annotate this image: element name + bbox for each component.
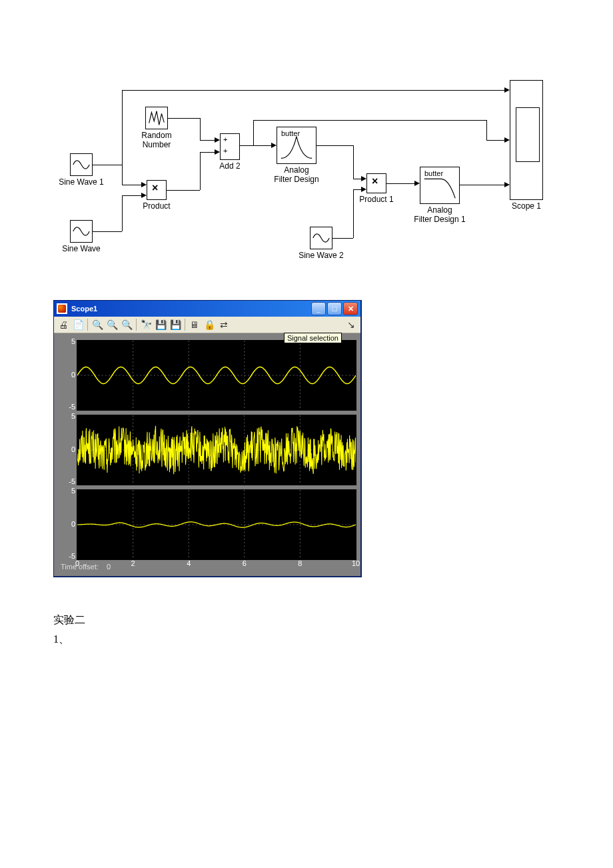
add2-plus-1: +	[223, 135, 227, 143]
filter1-butter: butter	[281, 129, 300, 137]
block-sine-wave	[70, 220, 93, 243]
plot-svg-1	[77, 341, 356, 410]
zoom-x-icon[interactable]: 🔍	[105, 318, 119, 331]
xtick: 2	[131, 559, 135, 567]
xtick: 4	[187, 559, 191, 567]
label-random-number: Random Number	[130, 131, 183, 150]
block-random-number	[145, 107, 168, 129]
detach-icon[interactable]: ↘	[344, 318, 358, 331]
floating-scope-icon[interactable]: 🖥	[188, 318, 201, 331]
toolbar: 🖨 📄 🔍 🔍 🔍 🔭 💾 💾 🖥 🔒 ⇄ ↘ Signal selection	[54, 317, 360, 333]
label-product: Product	[139, 201, 175, 211]
simulink-diagram: Sine Wave 1 Sine Wave Random Number × Pr…	[47, 53, 566, 260]
notes-line-2: 1、	[53, 630, 573, 649]
label-analog-filter-2: Analog Filter Design 1	[406, 205, 473, 225]
scope-body: 5 0 -5 5 0 -5	[54, 333, 360, 576]
block-scope1	[510, 80, 543, 200]
autoscale-icon[interactable]: 🔭	[139, 318, 153, 331]
params-icon[interactable]: 📄	[71, 318, 85, 331]
block-sine-wave-1	[70, 153, 93, 176]
ytick: -5	[62, 477, 75, 485]
ytick: 0	[62, 520, 75, 528]
scope-axis-3: 5 0 -5 0 2 4 6 8	[58, 489, 356, 560]
scope-window: Scope1 _ □ ✕ 🖨 📄 🔍 🔍 🔍 🔭 💾 💾 🖥 🔒 ⇄ ↘	[53, 300, 362, 577]
xtick: 10	[352, 559, 360, 567]
product1-symbol: ×	[372, 175, 378, 187]
label-sine-wave-1: Sine Wave 1	[50, 177, 113, 187]
minimize-button[interactable]: _	[311, 302, 326, 315]
zoom-icon[interactable]: 🔍	[91, 318, 104, 331]
lock-icon[interactable]: 🔒	[203, 318, 216, 331]
ytick: 5	[62, 487, 75, 495]
notes: 实验二 1、	[53, 611, 573, 649]
signal-selection-icon[interactable]: ⇄	[217, 318, 231, 331]
ytick: 0	[62, 445, 75, 453]
ytick: -5	[62, 403, 75, 411]
label-sine-wave-2: Sine Wave 2	[295, 251, 348, 260]
label-add2: Add 2	[213, 161, 247, 171]
time-offset-label: Time offset:	[61, 563, 99, 571]
matlab-icon	[57, 303, 67, 314]
label-product1: Product 1	[357, 195, 396, 204]
zoom-y-icon[interactable]: 🔍	[120, 318, 133, 331]
time-offset: Time offset: 0	[58, 560, 356, 572]
ytick: -5	[62, 552, 75, 560]
filter2-butter: butter	[424, 169, 443, 177]
signal-selection-tooltip: Signal selection	[284, 333, 342, 343]
xtick: 0	[75, 559, 79, 567]
xtick: 8	[298, 559, 302, 567]
product-symbol: ×	[152, 182, 158, 194]
plot-svg-2	[77, 415, 356, 485]
scope-axis-1: 5 0 -5	[58, 340, 356, 411]
ytick: 5	[62, 412, 75, 420]
close-button[interactable]: ✕	[343, 302, 358, 315]
scope-axis-2: 5 0 -5	[58, 415, 356, 485]
titlebar[interactable]: Scope1 _ □ ✕	[54, 301, 360, 317]
restore-config-icon[interactable]: 💾	[169, 318, 182, 331]
ytick: 0	[62, 371, 75, 379]
print-icon[interactable]: 🖨	[57, 318, 70, 331]
block-sine-wave-2	[310, 227, 332, 249]
ytick: 5	[62, 337, 75, 345]
label-scope1: Scope 1	[506, 201, 546, 211]
maximize-button[interactable]: □	[327, 302, 342, 315]
plot-svg-3	[77, 490, 356, 559]
add2-plus-2: +	[223, 147, 227, 155]
xtick: 6	[243, 559, 247, 567]
window-title: Scope1	[71, 305, 97, 313]
label-sine-wave: Sine Wave	[55, 244, 108, 253]
save-config-icon[interactable]: 💾	[154, 318, 167, 331]
label-analog-filter-1: Analog Filter Design	[263, 165, 330, 185]
notes-line-1: 实验二	[53, 611, 573, 630]
time-offset-value: 0	[107, 563, 111, 571]
